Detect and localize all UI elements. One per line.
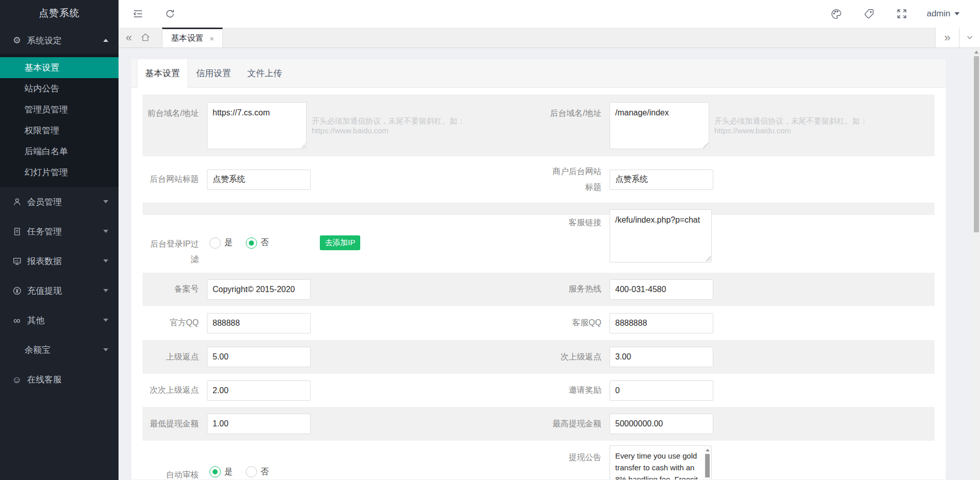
form-row: 备案号 服务热线 [143, 273, 935, 306]
form-row: 自动审核 是 否 提现公告 Every time you use gold [143, 441, 935, 479]
field-hint: 开头必须加通信协议，末尾不要留斜杠。如：https://www.baidu.co… [714, 116, 935, 135]
scroll-tabs-right-button[interactable]: » [935, 28, 959, 47]
sidebar-item-online-service[interactable]: ☺ 在线客服 [0, 365, 119, 394]
sidebar-item-other[interactable]: ∞ 其他 [0, 305, 119, 335]
tab-basic-settings[interactable]: 基本设置 × [162, 28, 223, 47]
official-qq-input[interactable] [207, 313, 311, 333]
page-tabbar: « 基本设置 × » [119, 28, 980, 48]
invite-reward-input[interactable] [610, 380, 713, 401]
tab-options-button[interactable] [959, 28, 980, 47]
sidebar-subitem-slideshow-management[interactable]: 幻灯片管理 [0, 162, 119, 183]
tab-label: 基本设置 [171, 33, 203, 44]
sidebar-item-member-management[interactable]: 会员管理 [0, 187, 119, 217]
close-icon[interactable]: × [209, 34, 214, 43]
sidebar-item-label: 在线客服 [27, 374, 62, 386]
field-label: 后台网站标题 [143, 172, 199, 187]
icp-input[interactable] [207, 279, 311, 300]
field-label: 后台登录IP过滤 [143, 236, 199, 268]
user-icon [11, 197, 22, 207]
chevron-down-icon [965, 33, 974, 42]
form-row: 次次上级返点 邀请奖励 [143, 374, 935, 407]
field-hint: 开头必须加通信协议，末尾不要留斜杠。如：https://www.baidu.co… [312, 116, 500, 135]
field-label: 后台域名/地址 [545, 102, 601, 121]
user-menu[interactable]: admin [927, 9, 960, 19]
kefu-link-textarea[interactable]: /kefu/index.php?p=chat [610, 209, 712, 262]
sidebar-subitem-permission-management[interactable]: 权限管理 [0, 120, 119, 141]
sidebar-item-task-management[interactable]: 任务管理 [0, 217, 119, 246]
topbar: admin [119, 0, 980, 28]
scrollbar-thumb[interactable] [974, 56, 979, 232]
yen-circle-icon [11, 286, 22, 296]
scroll-tabs-left-icon[interactable]: « [126, 32, 132, 43]
resize-grip-icon[interactable] [703, 143, 708, 148]
radio-label: 否 [261, 237, 269, 248]
radio-label: 是 [224, 237, 232, 248]
sidebar-item-label: 余额宝 [25, 344, 51, 356]
caret-down-icon [103, 289, 108, 292]
scrollbar-thumb[interactable] [705, 454, 710, 477]
refresh-icon[interactable] [165, 8, 176, 19]
monitor-chart-icon [11, 256, 22, 266]
field-label: 商户后台网站标题 [545, 164, 601, 195]
sidebar-item-label: 报表数据 [27, 255, 62, 267]
home-icon[interactable] [140, 32, 151, 43]
fullscreen-icon[interactable] [896, 8, 907, 19]
page-scrollbar[interactable] [973, 48, 980, 479]
front-domain-textarea[interactable]: https://7.cs.com [207, 102, 307, 149]
theme-palette-icon[interactable] [830, 8, 842, 20]
max-withdraw-input[interactable] [610, 414, 713, 434]
radio-ip-filter-no[interactable] [246, 237, 257, 249]
min-withdraw-input[interactable] [207, 414, 311, 434]
sidebar-item-yuebao[interactable]: 余额宝 [0, 335, 119, 365]
tab-file-upload[interactable]: 文件上传 [239, 59, 290, 87]
add-ip-button[interactable]: 去添加IP [320, 235, 360, 250]
radio-auto-audit-yes[interactable] [209, 466, 221, 477]
rebate-l3-input[interactable] [207, 380, 311, 401]
withdraw-notice-text: Every time you use gold transfer to cash… [610, 446, 711, 479]
tag-icon[interactable] [864, 8, 875, 19]
withdraw-notice-textarea[interactable]: Every time you use gold transfer to cash… [610, 445, 712, 479]
resize-grip-icon[interactable] [706, 256, 711, 261]
sidebar-item-report-data[interactable]: 报表数据 [0, 246, 119, 276]
field-label: 服务热线 [545, 281, 601, 297]
sidebar-item-label: 充值提现 [27, 285, 62, 297]
rebate-l1-input[interactable] [207, 347, 311, 367]
username: admin [927, 9, 950, 19]
field-label: 最低提现金额 [143, 416, 199, 431]
content-area: 基本设置 信用设置 文件上传 前台域名/地址 https://7.cs.com … [119, 48, 980, 479]
form-row: 前台域名/地址 https://7.cs.com 开头必须加通信协议，末尾不要留… [143, 94, 935, 156]
merchant-title-input[interactable] [610, 170, 713, 190]
sidebar-subitem-site-announcement[interactable]: 站内公告 [0, 78, 119, 99]
field-label: 最高提现金额 [545, 416, 601, 431]
field-label: 备案号 [143, 281, 199, 297]
tab-basic-config[interactable]: 基本设置 [137, 59, 188, 88]
rebate-l2-input[interactable] [610, 347, 713, 367]
form-row: 最低提现金额 最高提现金额 [143, 407, 935, 441]
app-title: 点赞系统 [0, 0, 119, 27]
radio-ip-filter-yes[interactable] [209, 237, 221, 249]
sidebar-subitem-backend-whitelist[interactable]: 后端白名单 [0, 141, 119, 162]
service-qq-input[interactable] [610, 313, 713, 333]
field-label: 客服QQ [545, 315, 601, 330]
caret-down-icon [103, 230, 108, 233]
scroll-up-icon[interactable] [706, 449, 710, 451]
menu-fold-icon[interactable] [132, 8, 144, 20]
sidebar-item-label: 任务管理 [27, 226, 62, 237]
field-label: 自动审核 [143, 467, 199, 479]
resize-grip-icon[interactable] [300, 143, 306, 148]
sidebar-subitem-admin-management[interactable]: 管理员管理 [0, 99, 119, 120]
field-label: 邀请奖励 [545, 382, 601, 398]
tab-credit-config[interactable]: 信用设置 [188, 59, 239, 87]
caret-down-icon [103, 259, 108, 262]
scroll-up-icon[interactable] [974, 51, 978, 54]
gear-icon: ⚙ [11, 36, 22, 45]
textarea-scrollbar[interactable] [704, 446, 711, 479]
smiley-icon: ☺ [11, 375, 22, 385]
sidebar-item-recharge-withdraw[interactable]: 充值提现 [0, 276, 119, 305]
admin-title-input[interactable] [207, 170, 311, 190]
sidebar-item-system-settings[interactable]: ⚙ 系统设定 [0, 27, 119, 54]
hotline-input[interactable] [610, 279, 713, 300]
back-domain-textarea[interactable]: /manage/index [610, 102, 709, 149]
sidebar-subitem-basic-settings[interactable]: 基本设置 [0, 57, 119, 78]
radio-auto-audit-no[interactable] [246, 466, 257, 477]
